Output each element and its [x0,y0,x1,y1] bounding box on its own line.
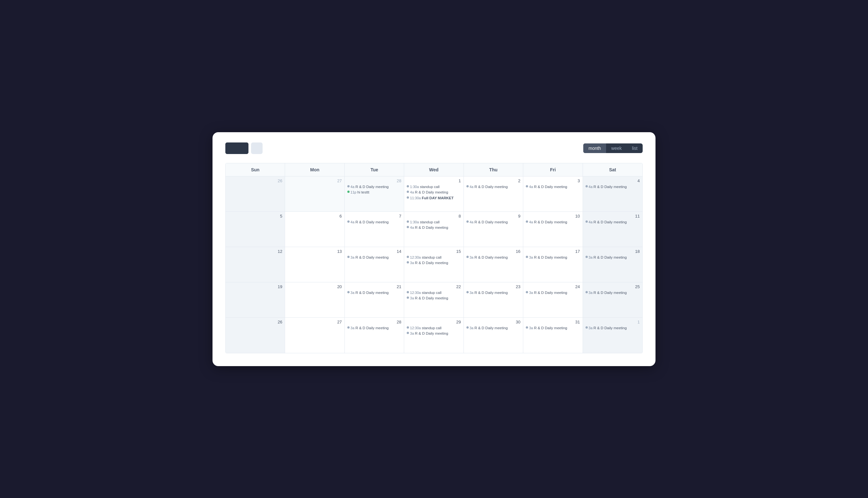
event-dot [347,326,350,329]
day-cell[interactable]: 94a R & D Daily meeting [464,212,523,247]
day-cell[interactable]: 81:30a standup call4a R & D Daily meetin… [404,212,464,247]
calendar-event[interactable]: 4a R & D Daily meeting [526,184,580,189]
event-dot [347,221,350,223]
calendar-event[interactable]: 3a R & D Daily meeting [466,326,520,330]
day-cell[interactable]: 233a R & D Daily meeting [464,283,523,317]
calendar-event[interactable]: 3a R & D Daily meeting [526,326,580,330]
calendar-event[interactable]: 11p hi testtt [347,190,401,195]
calendar-event[interactable]: 3a R & D Daily meeting [347,326,401,330]
event-title: R & D Daily meeting [594,220,627,224]
next-button[interactable] [237,143,248,154]
day-cell[interactable]: 27 [285,176,345,211]
event-text: 3a R & D Daily meeting [589,326,627,330]
day-cell[interactable]: 20 [285,283,345,317]
event-text: 4a R & D Daily meeting [351,220,389,225]
day-cell[interactable]: 34a R & D Daily meeting [523,176,583,211]
day-cell[interactable]: 6 [285,212,345,247]
day-cell[interactable]: 2212:30a standup call3a R & D Daily meet… [404,283,464,317]
view-month-button[interactable]: month [583,143,606,153]
calendar-event[interactable]: 11:30a Full DAY MARKET [407,196,461,200]
event-text: 12:30a standup call [410,255,441,260]
day-cell[interactable]: 313a R & D Daily meeting [523,318,583,353]
day-cell[interactable]: 12 [226,247,285,282]
day-cell[interactable]: 26 [226,176,285,211]
calendar-event[interactable]: 4a R & D Daily meeting [585,220,640,225]
day-cell[interactable]: 44a R & D Daily meeting [583,176,642,211]
day-cell[interactable]: 114a R & D Daily meeting [583,212,642,247]
calendar-event[interactable]: 3a R & D Daily meeting [585,290,640,295]
calendar-event[interactable]: 3a R & D Daily meeting [347,290,401,295]
day-cell[interactable]: 5 [226,212,285,247]
day-cell[interactable]: 173a R & D Daily meeting [523,247,583,282]
calendar-event[interactable]: 12:30a standup call [407,326,461,330]
event-time: 4a [529,220,534,224]
calendar-event[interactable]: 4a R & D Daily meeting [407,190,461,195]
calendar-event[interactable]: 4a R & D Daily meeting [407,225,461,230]
day-cell[interactable]: 27 [285,318,345,353]
day-cell[interactable]: 303a R & D Daily meeting [464,318,523,353]
day-cell[interactable]: 163a R & D Daily meeting [464,247,523,282]
calendar-event[interactable]: 12:30a standup call [407,290,461,295]
day-cell[interactable]: 13 [285,247,345,282]
day-cell[interactable]: 13a R & D Daily meeting [583,318,642,353]
calendar-event[interactable]: 3a R & D Daily meeting [407,296,461,301]
calendar-event[interactable]: 3a R & D Daily meeting [466,255,520,260]
day-cell[interactable]: 104a R & D Daily meeting [523,212,583,247]
day-cell[interactable]: 74a R & D Daily meeting [345,212,404,247]
calendar-event[interactable]: 1:30a standup call [407,184,461,189]
calendar-event[interactable]: 3a R & D Daily meeting [585,326,640,330]
view-list-button[interactable]: list [627,143,643,153]
day-number: 22 [407,284,461,289]
day-cell[interactable]: 26 [226,318,285,353]
event-title: R & D Daily meeting [415,261,449,265]
day-number: 26 [228,319,282,324]
event-time: 4a [589,185,594,189]
day-cell[interactable]: 2912:30a standup call3a R & D Daily meet… [404,318,464,353]
event-title: R & D Daily meeting [534,255,567,259]
calendar-event[interactable]: 3a R & D Daily meeting [407,331,461,336]
event-dot [585,326,588,329]
calendar-event[interactable]: 3a R & D Daily meeting [526,255,580,260]
day-cell[interactable]: 213a R & D Daily meeting [345,283,404,317]
day-number: 25 [585,284,640,289]
day-cell[interactable]: 243a R & D Daily meeting [523,283,583,317]
calendar-event[interactable]: 4a R & D Daily meeting [585,184,640,189]
day-cell[interactable]: 183a R & D Daily meeting [583,247,642,282]
calendar-event[interactable]: 3a R & D Daily meeting [526,290,580,295]
day-cell[interactable]: 19 [226,283,285,317]
event-dot [407,196,409,199]
calendar-event[interactable]: 3a R & D Daily meeting [407,261,461,265]
day-number: 10 [526,214,580,219]
day-cell[interactable]: 11:30a standup call4a R & D Daily meetin… [404,176,464,211]
calendar-event[interactable]: 4a R & D Daily meeting [466,184,520,189]
calendar-container: month week list Sun Mon Tue Wed Thu Fri … [212,132,656,366]
event-text: 3a R & D Daily meeting [589,290,627,295]
day-number: 23 [466,284,520,289]
day-cell[interactable]: 1512:30a standup call3a R & D Daily meet… [404,247,464,282]
day-number: 21 [347,284,401,289]
view-week-button[interactable]: week [606,143,627,153]
event-time: 4a [351,185,355,189]
day-cell[interactable]: 284a R & D Daily meeting11p hi testtt [345,176,404,211]
calendar-event[interactable]: 12:30a standup call [407,255,461,260]
event-text: 3a R & D Daily meeting [351,326,389,330]
event-dot [526,221,528,223]
event-dot [585,291,588,293]
event-title: R & D Daily meeting [594,255,627,259]
calendar-event[interactable]: 3a R & D Daily meeting [466,290,520,295]
day-cell[interactable]: 24a R & D Daily meeting [464,176,523,211]
calendar-event[interactable]: 4a R & D Daily meeting [526,220,580,225]
calendar-event[interactable]: 3a R & D Daily meeting [347,255,401,260]
prev-button[interactable] [225,143,237,154]
today-button[interactable] [251,143,262,154]
calendar-event[interactable]: 1:30a standup call [407,220,461,225]
day-cell[interactable]: 253a R & D Daily meeting [583,283,642,317]
calendar-event[interactable]: 4a R & D Daily meeting [466,220,520,225]
event-time: 12:30a [410,291,422,294]
day-number: 24 [526,284,580,289]
calendar-event[interactable]: 4a R & D Daily meeting [347,220,401,225]
calendar-event[interactable]: 3a R & D Daily meeting [585,255,640,260]
day-cell[interactable]: 283a R & D Daily meeting [345,318,404,353]
calendar-event[interactable]: 4a R & D Daily meeting [347,184,401,189]
day-cell[interactable]: 143a R & D Daily meeting [345,247,404,282]
